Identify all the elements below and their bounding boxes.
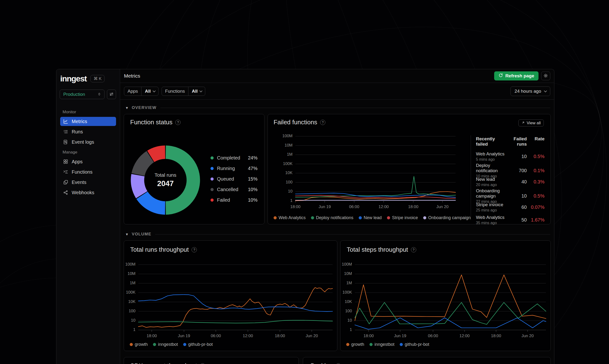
help-icon[interactable]: ?: [411, 247, 416, 252]
help-icon[interactable]: ?: [200, 363, 205, 364]
legend-item-onboarding-campaign: Onboarding campaign: [423, 215, 471, 220]
legend-label: growth: [351, 342, 364, 347]
svg-text:1: 1: [290, 198, 292, 203]
table-row-onboarding-campaign[interactable]: Onboarding campaign22 mins ago100.5%: [476, 188, 544, 201]
failure-rate-value: 0.3%: [529, 179, 544, 185]
sidebar-item-runs[interactable]: Runs: [60, 127, 116, 136]
volume-section-header[interactable]: ▾ VOLUME: [126, 232, 550, 237]
sidebar-item-event-logs[interactable]: Event logs: [60, 137, 116, 147]
settings-button[interactable]: [541, 72, 550, 80]
svg-text:12:00: 12:00: [379, 205, 389, 209]
failure-rate-value: 0.5%: [529, 193, 544, 199]
svg-text:100K: 100K: [283, 161, 292, 166]
legend-dot: [423, 216, 426, 219]
series-growth: [355, 275, 546, 321]
environment-filter-button[interactable]: [107, 90, 116, 99]
arrow-up-right-icon: [522, 121, 525, 126]
legend-item-github-pr-bot: github-pr-bot: [400, 342, 429, 347]
total-runs-value: 2047: [157, 179, 174, 188]
nav-section-label: Manage: [63, 150, 116, 155]
function-status-title: Function status: [130, 118, 172, 126]
svg-text:1M: 1M: [346, 281, 352, 285]
overview-section-header[interactable]: ▾ OVERVIEW: [126, 105, 550, 110]
time-range-value: 24 hours ago: [514, 89, 541, 94]
collapse-chevron-icon: ▾: [126, 232, 128, 237]
total-runs-label: Total runs: [154, 172, 176, 178]
legend-label: inngestbot: [158, 342, 178, 347]
functions-filter-value: All: [192, 89, 198, 94]
legend-label: inngestbot: [374, 342, 394, 347]
legend-label: Stripe invoice: [392, 215, 418, 220]
legend-label: Onboarding campaign: [428, 215, 471, 220]
command-k-shortcut[interactable]: ⌘ K: [90, 75, 105, 82]
view-all-button[interactable]: View all: [518, 119, 544, 126]
apps-filter[interactable]: Apps All: [124, 87, 158, 96]
filter-bar: Apps All Functions All 24 hours ago: [120, 83, 554, 100]
table-row-deploy-notification[interactable]: Deploy notification10 mins ago7000.1%: [476, 163, 544, 176]
sidebar-item-label: Apps: [72, 159, 83, 165]
table-row-new-lead[interactable]: New lead20 mins ago400.3%: [476, 176, 544, 188]
svg-text:100M: 100M: [282, 134, 292, 138]
failed-runs-value: 40: [509, 179, 527, 185]
legend-item-github-pr-bot: github-pr-bot: [183, 342, 213, 347]
sidebar-item-events[interactable]: Events: [60, 178, 116, 187]
sidebar-item-label: Events: [72, 180, 86, 185]
svg-text:18:00: 18:00: [275, 334, 285, 338]
svg-text:10K: 10K: [345, 299, 352, 304]
refresh-icon: [498, 73, 503, 79]
legend-item-inngestbot: inngestbot: [370, 342, 394, 347]
sidebar-item-apps[interactable]: Apps: [60, 157, 116, 166]
col-recently-failed: Recently failed: [476, 136, 507, 147]
backlog-card: Backlog ?: [303, 357, 551, 364]
svg-text:10M: 10M: [127, 271, 136, 276]
svg-text:100K: 100K: [126, 290, 136, 295]
backlog-title: Backlog: [310, 362, 333, 364]
total-steps-throughput-title: Total steps throughput: [347, 246, 408, 253]
svg-text:1: 1: [133, 327, 136, 332]
svg-text:10M: 10M: [285, 143, 292, 147]
legend-dot: [183, 343, 186, 346]
functions-filter-label: Functions: [162, 87, 188, 96]
table-row-stripe-invoice[interactable]: Stripe invoice25 mins ago600.07%: [476, 201, 544, 214]
functions-filter[interactable]: Functions All: [162, 87, 206, 96]
help-icon[interactable]: ?: [175, 120, 180, 125]
legend-dot: [400, 343, 403, 346]
legend-dot: [387, 216, 390, 219]
sidebar-item-functions[interactable]: Functions: [60, 167, 116, 177]
table-row-web-analytics[interactable]: Web Analytics35 mins ago501.67%: [476, 214, 544, 226]
chart-line-icon: [63, 119, 68, 124]
failed-functions-chart-legend: Web AnalyticsDeploy notificationsNew lea…: [274, 215, 471, 220]
collapse-chevron-icon: ▾: [126, 105, 128, 110]
failure-rate-value: 0.1%: [529, 168, 544, 173]
svg-text:100K: 100K: [342, 290, 352, 295]
time-range-select[interactable]: 24 hours ago: [511, 86, 550, 96]
legend-percent: 10%: [248, 197, 258, 203]
sidebar-item-metrics[interactable]: Metrics: [60, 117, 116, 126]
section-divider: [160, 108, 550, 108]
help-icon[interactable]: ?: [320, 120, 325, 125]
help-icon[interactable]: ?: [192, 247, 197, 252]
legend-label: Completed: [217, 155, 245, 161]
sidebar-item-webhooks[interactable]: Webhooks: [60, 188, 116, 197]
sidebar-item-label: Webhooks: [72, 190, 94, 195]
environment-select[interactable]: Production: [60, 90, 105, 99]
series-growth: [138, 288, 332, 327]
legend-label: github-pr-bot: [405, 342, 429, 347]
table-row-web-analytics[interactable]: Web Analytics5 mins ago100.5%: [476, 150, 544, 163]
svg-text:100: 100: [345, 309, 352, 313]
legend-percent: 24%: [248, 155, 258, 161]
function-name: Web Analytics: [476, 151, 507, 157]
refresh-page-button[interactable]: Refresh page: [494, 71, 539, 80]
legend-item-completed: Completed24%: [210, 153, 258, 163]
updown-chevron-icon: [97, 92, 101, 97]
function-status-card: Function status ? Total runs 2047 Comple…: [124, 114, 264, 224]
sidebar-item-label: Runs: [72, 129, 83, 135]
total-runs-throughput-title: Total runs throughput: [130, 246, 189, 253]
legend-item-deploy-notifications: Deploy notifications: [311, 215, 353, 220]
apps-filter-value: All: [145, 89, 151, 94]
svg-text:06:00: 06:00: [428, 334, 438, 338]
legend-dot: [210, 177, 214, 181]
sidebar: inngest ⌘ K Production MonitorMetricsRun…: [56, 69, 120, 364]
refresh-label: Refresh page: [505, 73, 534, 78]
help-icon[interactable]: ?: [336, 363, 341, 364]
